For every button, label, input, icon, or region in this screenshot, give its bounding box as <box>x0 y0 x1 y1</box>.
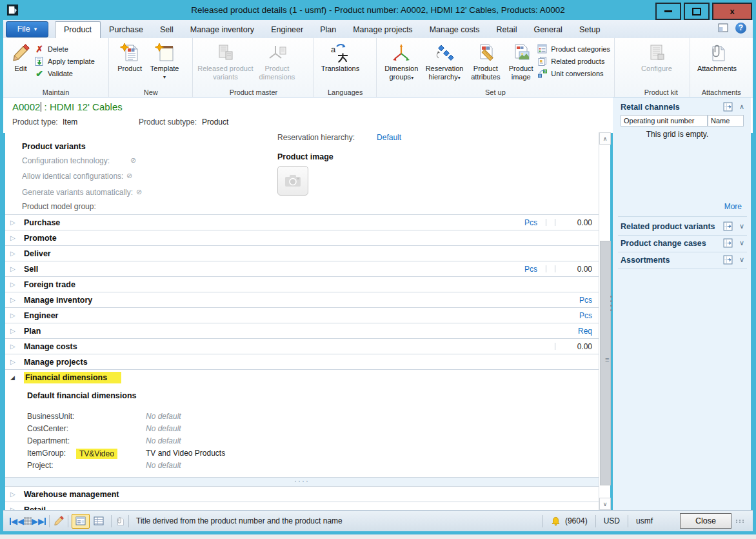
attachments-button[interactable]: Attachments <box>694 40 741 73</box>
delete-button[interactable]: ✗Delete <box>34 44 95 54</box>
last-record-button[interactable]: ▶ <box>38 516 46 526</box>
section-purchase[interactable]: ▷ Purchase Pcs0.00 <box>5 214 599 230</box>
section-promote[interactable]: ▷ Promote <box>5 230 599 245</box>
tab-plan[interactable]: Plan <box>312 22 344 38</box>
tab-manage-projects[interactable]: Manage projects <box>344 22 421 38</box>
close-window-button[interactable]: x <box>712 3 752 20</box>
tab-purchase[interactable]: Purchase <box>101 22 152 38</box>
expand-chevron-icon[interactable]: ∨ <box>738 256 746 264</box>
section-manage-costs[interactable]: ▷ Manage costs 0.00 <box>5 338 599 354</box>
department-value[interactable]: No default <box>146 436 181 445</box>
unit-link[interactable]: Pcs <box>579 296 592 305</box>
file-menu-button[interactable]: File ▾ <box>6 21 48 37</box>
product-subtype-value[interactable]: Product <box>202 117 228 127</box>
apply-template-button[interactable]: Apply template <box>34 56 95 66</box>
edit-record-icon[interactable] <box>53 515 65 527</box>
expander-collapsed-icon[interactable]: ▷ <box>10 281 19 288</box>
open-factbox-icon[interactable] <box>723 102 733 112</box>
factbox-retail-channels[interactable]: Retail channels ∧ <box>621 102 746 112</box>
expander-collapsed-icon[interactable]: ▷ <box>10 234 19 241</box>
section-warehouse-management[interactable]: ▷ Warehouse management <box>5 486 599 502</box>
open-factbox-icon[interactable] <box>723 221 733 231</box>
expander-collapsed-icon[interactable]: ▷ <box>10 491 19 498</box>
expander-collapsed-icon[interactable]: ▷ <box>10 219 19 226</box>
section-sell[interactable]: ▷ Sell Pcs0.00 <box>5 261 599 276</box>
factbox-assortments[interactable]: Assortments ∨ <box>621 255 746 265</box>
expander-collapsed-icon[interactable]: ▷ <box>10 250 19 257</box>
tab-retail[interactable]: Retail <box>488 22 525 38</box>
section-retail[interactable]: ▷ Retail <box>5 502 599 510</box>
section-engineer[interactable]: ▷ Engineer Pcs <box>5 307 599 323</box>
tab-general[interactable]: General <box>525 22 570 38</box>
section-plan[interactable]: ▷ Plan Req <box>5 323 599 338</box>
minimize-button[interactable] <box>655 3 681 20</box>
expander-collapsed-icon[interactable]: ▷ <box>10 296 19 303</box>
open-factbox-icon[interactable] <box>723 255 733 265</box>
form-view-button[interactable] <box>72 514 90 529</box>
section-manage-inventory[interactable]: ▷ Manage inventory Pcs <box>5 292 599 307</box>
scroll-down-arrow[interactable]: ∨ <box>599 498 611 510</box>
vertical-scrollbar[interactable]: ∧ ∨ <box>599 132 610 510</box>
product-image-button[interactable]: Product image <box>504 40 537 81</box>
expander-collapsed-icon[interactable]: ▷ <box>10 358 19 365</box>
unit-link[interactable]: Pcs <box>524 218 537 227</box>
more-link[interactable]: More <box>724 202 742 211</box>
expander-expanded-icon[interactable]: ◢ <box>10 374 19 381</box>
tab-product[interactable]: Product <box>55 21 101 38</box>
column-name[interactable]: Name <box>708 115 744 127</box>
section-resize-handle[interactable]: ···· <box>5 477 599 486</box>
first-record-button[interactable]: ◀ <box>10 516 17 526</box>
new-product-button[interactable]: Product <box>113 40 146 73</box>
new-template-button[interactable]: Template ▾ <box>146 40 183 80</box>
notifications-count[interactable]: (9604) <box>565 516 588 525</box>
tab-manage-costs[interactable]: Manage costs <box>421 22 488 38</box>
section-deliver[interactable]: ▷ Deliver <box>5 245 599 261</box>
tab-manage-inventory[interactable]: Manage inventory <box>182 22 263 38</box>
close-form-button[interactable]: Close <box>680 513 731 529</box>
layout-toggle-icon[interactable] <box>717 23 729 33</box>
currency-indicator[interactable]: USD <box>604 516 620 525</box>
product-attributes-button[interactable]: Product attributes <box>466 40 504 81</box>
expander-collapsed-icon[interactable]: ▷ <box>10 343 19 350</box>
section-financial-dimensions[interactable]: ◢ Financial dimensions <box>5 369 599 385</box>
grid-view-button[interactable] <box>90 514 108 529</box>
scroll-up-arrow[interactable]: ∧ <box>599 132 611 145</box>
previous-record-button[interactable]: ◀ <box>17 516 24 526</box>
translations-button[interactable]: a Translations <box>318 40 362 73</box>
related-products-button[interactable]: Related products <box>537 56 610 66</box>
help-icon[interactable]: ? <box>735 23 746 34</box>
itemgroup-value-highlighted[interactable]: TV&Video <box>76 449 117 459</box>
factbox-product-change-cases[interactable]: Product change cases ∨ <box>621 238 746 248</box>
expand-chevron-icon[interactable]: ∨ <box>738 222 746 230</box>
collapse-chevron-icon[interactable]: ∧ <box>738 103 746 111</box>
splitter-grip-icon[interactable]: ≡ <box>605 354 613 365</box>
unit-link[interactable]: Pcs <box>524 265 537 274</box>
expander-collapsed-icon[interactable]: ▷ <box>10 327 19 334</box>
validate-button[interactable]: ✔Validate <box>34 68 95 79</box>
section-manage-projects[interactable]: ▷ Manage projects <box>5 354 599 369</box>
expand-chevron-icon[interactable]: ∨ <box>738 239 746 247</box>
costcenter-value[interactable]: No default <box>146 424 181 433</box>
next-record-button[interactable]: ▶ <box>32 516 38 526</box>
document-handling-icon[interactable] <box>115 516 125 527</box>
product-number[interactable]: A0002 <box>12 101 40 112</box>
edit-button[interactable]: Edit <box>7 40 34 73</box>
reservation-hierarchy-value[interactable]: Default <box>377 133 401 142</box>
dimension-groups-button[interactable]: Dimension groups▾ <box>381 40 423 81</box>
unit-link[interactable]: Pcs <box>579 311 592 320</box>
open-factbox-icon[interactable] <box>723 238 733 248</box>
resize-grip[interactable] <box>736 520 745 523</box>
unit-conversions-button[interactable]: Unit conversions <box>537 68 610 79</box>
notifications-bell-icon[interactable] <box>551 516 561 526</box>
tab-engineer[interactable]: Engineer <box>263 22 312 38</box>
unit-link[interactable]: Req <box>578 327 592 336</box>
company-indicator[interactable]: usmf <box>636 516 653 525</box>
factbox-related-product-variants[interactable]: Related product variants ∨ <box>621 221 746 231</box>
maximize-button[interactable] <box>684 3 710 20</box>
column-operating-unit-number[interactable]: Operating unit number <box>621 115 708 127</box>
project-value[interactable]: No default <box>146 461 181 470</box>
product-categories-button[interactable]: Product categories <box>537 44 610 54</box>
expander-collapsed-icon[interactable]: ▷ <box>10 312 19 319</box>
tab-setup[interactable]: Setup <box>571 22 609 38</box>
expander-collapsed-icon[interactable]: ▷ <box>10 265 19 272</box>
